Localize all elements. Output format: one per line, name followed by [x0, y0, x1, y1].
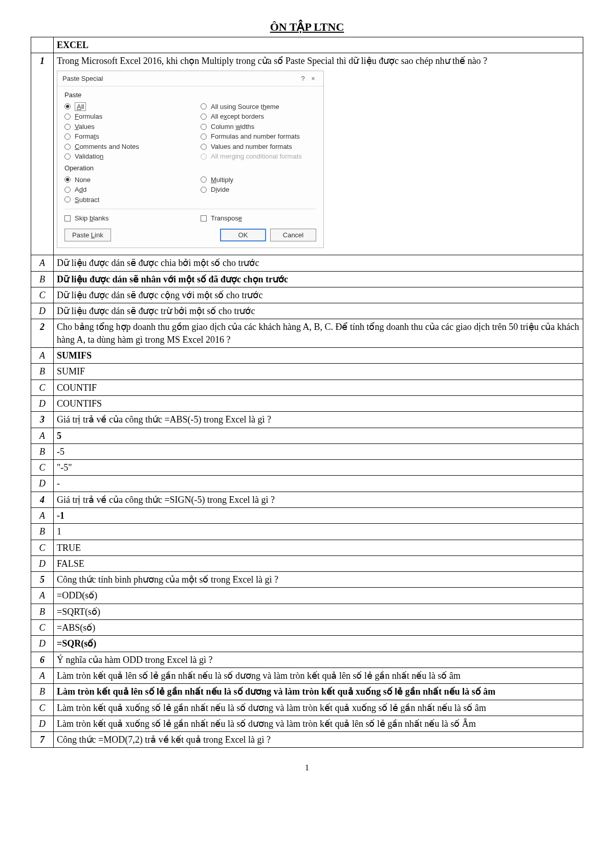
- answer-letter: C: [31, 287, 54, 303]
- cell-text: Dữ liệu được dán sẽ được cộng với một số…: [57, 290, 262, 300]
- answer-text: =SQR(số): [54, 636, 583, 652]
- transpose-label: Transpose: [211, 214, 242, 223]
- paste-link-button[interactable]: Paste Link: [64, 229, 111, 242]
- operation-option[interactable]: Multiply: [201, 175, 316, 185]
- answer-letter: C: [31, 700, 54, 716]
- operation-option[interactable]: Add: [64, 185, 180, 195]
- paste-option[interactable]: All: [64, 102, 180, 112]
- table-row: ADữ liệu được dán sẽ được chia bởi một s…: [31, 255, 583, 271]
- answer-text: =ODD(số): [54, 588, 583, 604]
- question-number: 1: [31, 53, 54, 255]
- answer-letter: B: [31, 524, 54, 540]
- question-text: Ý nghĩa của hàm ODD trong Excel là gì ?: [54, 652, 583, 667]
- paste-option[interactable]: Values: [64, 122, 180, 132]
- radio-icon: [201, 133, 207, 140]
- paste-special-dialog: Paste Special?×PasteAllFormulasValuesFor…: [57, 71, 324, 249]
- cell-text: =ABS(số): [57, 622, 95, 633]
- table-row: B-5: [31, 443, 583, 459]
- radio-icon: [64, 103, 71, 109]
- cell-text: COUNTIFS: [57, 398, 102, 409]
- answer-text: "-5": [54, 460, 583, 476]
- answer-text: 5: [54, 428, 583, 443]
- radio-icon: [64, 176, 71, 183]
- paste-option-label: Formulas: [75, 112, 102, 121]
- paste-option-label: Values and number formats: [211, 142, 292, 151]
- transpose-checkbox[interactable]: Transpose: [201, 213, 316, 224]
- paste-option[interactable]: Validation: [64, 151, 180, 162]
- question-number: 7: [31, 732, 54, 748]
- table-row: CDữ liệu được dán sẽ được cộng với một s…: [31, 287, 583, 303]
- radio-icon: [64, 114, 71, 120]
- answer-text: -: [54, 476, 583, 492]
- table-row: D=SQR(số): [31, 636, 583, 652]
- cancel-button[interactable]: Cancel: [270, 229, 316, 242]
- answer-text: 1: [54, 524, 583, 540]
- close-icon[interactable]: ×: [308, 74, 318, 83]
- paste-option[interactable]: Column widths: [201, 122, 316, 132]
- table-row: 4Giá trị trả về của công thức =SIGN(-5) …: [31, 492, 583, 507]
- radio-icon: [64, 153, 71, 160]
- cell-text: Làm tròn kết quả lên số lẻ gần nhất nếu …: [57, 671, 461, 681]
- answer-text: Làm tròn kết quả lên số lẻ gần nhất nếu …: [54, 667, 583, 683]
- answer-text: -5: [54, 443, 583, 459]
- table-row: B1: [31, 524, 583, 540]
- answer-text: SUMIFS: [54, 348, 583, 364]
- question-text: Giá trị trả về của công thức =ABS(-5) tr…: [54, 412, 583, 428]
- radio-icon: [64, 144, 71, 150]
- table-row: DLàm tròn kết quả xuống số lẻ gần nhất n…: [31, 716, 583, 731]
- operation-option[interactable]: Divide: [201, 185, 316, 195]
- question-number: 5: [31, 572, 54, 588]
- help-icon[interactable]: ?: [298, 74, 308, 83]
- paste-option[interactable]: Values and number formats: [201, 142, 316, 152]
- answer-letter: C: [31, 460, 54, 476]
- paste-option[interactable]: All using Source theme: [201, 102, 316, 112]
- answer-text: Dữ liệu được dán sẽ được trừ bởi một số …: [54, 303, 583, 319]
- answer-letter: B: [31, 684, 54, 700]
- table-row: 3Giá trị trả về của công thức =ABS(-5) t…: [31, 412, 583, 428]
- paste-option[interactable]: Formats: [64, 131, 180, 142]
- question-number: 6: [31, 652, 54, 667]
- radio-icon: [201, 124, 207, 130]
- answer-text: Làm tròn kết quả lên số lẻ gần nhất nếu …: [54, 684, 583, 700]
- paste-option-label: All: [75, 102, 86, 112]
- answer-text: COUNTIF: [54, 380, 583, 395]
- skip-blanks-checkbox[interactable]: Skip blanks: [64, 213, 180, 224]
- cell-text: TRUE: [57, 543, 81, 553]
- answer-letter: A: [31, 588, 54, 604]
- cell-text: SUMIFS: [57, 350, 92, 361]
- dialog-title: Paste Special: [62, 74, 298, 83]
- paste-option[interactable]: Comments and Notes: [64, 142, 180, 152]
- ok-button[interactable]: OK: [220, 229, 266, 242]
- operation-option[interactable]: None: [64, 175, 180, 185]
- answer-letter: B: [31, 604, 54, 619]
- table-row: A-1: [31, 508, 583, 524]
- cell-text: Dữ liệu được dán sẽ được trừ bởi một số …: [57, 306, 255, 316]
- cell-text: 1: [57, 526, 61, 537]
- question-text: Cho bảng tổng hợp doanh thu gồm giao dịc…: [54, 319, 583, 348]
- operation-option-label: None: [75, 175, 91, 185]
- answer-text: =SQRT(số): [54, 604, 583, 619]
- operation-option[interactable]: Subtract: [64, 195, 180, 205]
- table-row: ASUMIFS: [31, 348, 583, 364]
- answer-text: FALSE: [54, 555, 583, 571]
- paste-option[interactable]: Formulas and number formats: [201, 131, 316, 142]
- table-row: BSUMIF: [31, 364, 583, 380]
- radio-icon: [201, 114, 207, 120]
- paste-option[interactable]: All merging conditional formats: [201, 151, 316, 162]
- radio-icon: [201, 187, 207, 193]
- table-row: C=ABS(số): [31, 620, 583, 636]
- paste-option[interactable]: Formulas: [64, 112, 180, 122]
- checkbox-icon: [201, 215, 207, 221]
- answer-text: Dữ liệu được dán sẽ được chia bởi một số…: [54, 255, 583, 271]
- paste-option[interactable]: All except borders: [201, 112, 316, 122]
- table-row: A=ODD(số): [31, 588, 583, 604]
- paste-option-label: Validation: [75, 152, 103, 161]
- skip-blanks-label: Skip blanks: [75, 214, 109, 223]
- answer-letter: A: [31, 667, 54, 683]
- cell-text: =SQR(số): [57, 638, 96, 649]
- answer-letter: A: [31, 508, 54, 524]
- checkbox-icon: [64, 215, 71, 221]
- answer-letter: C: [31, 540, 54, 555]
- paste-group-label: Paste: [64, 91, 316, 100]
- paste-option-label: All except borders: [211, 112, 264, 121]
